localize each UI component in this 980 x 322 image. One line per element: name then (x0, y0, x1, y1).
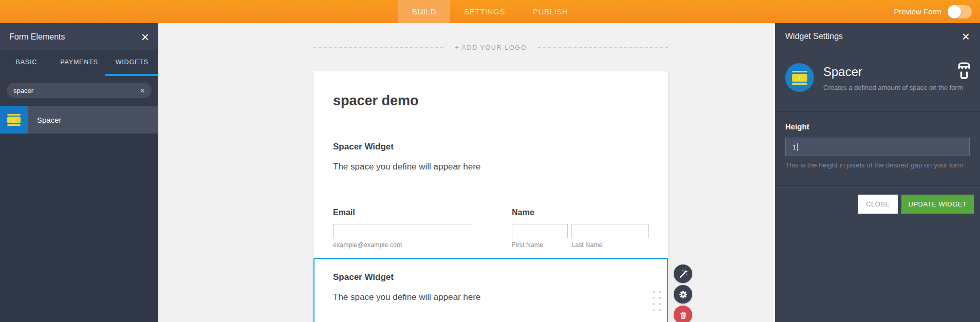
tab-widgets[interactable]: WIDGETS (105, 50, 158, 76)
email-sublabel: example@example.com (333, 241, 472, 249)
widget-heading: Spacer Widget (333, 142, 649, 152)
email-input[interactable] (333, 224, 472, 238)
divider (333, 123, 649, 123)
settings-button[interactable] (674, 285, 692, 304)
widget-store-icon[interactable] (957, 62, 971, 82)
spacer-widget-icon: ↕ (0, 106, 28, 134)
height-input[interactable]: 1 (785, 138, 970, 156)
form-elements-panel: Form Elements × BASIC PAYMENTS WIDGETS ×… (0, 23, 158, 322)
widget-description: The space you define will appear here (333, 162, 649, 172)
add-logo-button[interactable]: + ADD YOUR LOGO (455, 44, 526, 51)
search-clear-icon[interactable]: × (140, 86, 145, 95)
tab-build[interactable]: BUILD (398, 0, 450, 23)
form-title[interactable]: spacer demo (333, 71, 649, 109)
tab-settings[interactable]: SETTINGS (450, 0, 519, 23)
widget-description: The space you define will appear here (333, 292, 649, 302)
spacer-widget-block-1[interactable]: Spacer Widget The space you define will … (333, 142, 649, 172)
add-logo-row: + ADD YOUR LOGO (313, 43, 668, 53)
last-name-sublabel: Last Name (571, 241, 649, 249)
panel-empty-area (775, 222, 980, 322)
text-cursor (797, 143, 798, 151)
email-field-block[interactable]: Email example@example.com (333, 208, 472, 249)
panel-empty-area (0, 134, 158, 322)
form-canvas: + ADD YOUR LOGO spacer demo Spacer Widge… (158, 23, 775, 322)
update-widget-button[interactable]: UPDATE WIDGET (901, 195, 974, 214)
top-tabs: BUILD SETTINGS PUBLISH (0, 0, 980, 23)
widget-settings-title: Widget Settings (785, 32, 843, 41)
email-label: Email (333, 208, 472, 217)
preview-form-control: Preview Form (894, 0, 972, 23)
spacer-glyph-icon: ↕ (7, 114, 21, 126)
trash-icon (678, 310, 688, 320)
gear-icon (678, 290, 688, 299)
form-builder-app: BUILD SETTINGS PUBLISH Preview Form Form… (0, 0, 980, 322)
widget-info-section: ↕ Spacer Creates a defined amount of spa… (775, 50, 980, 112)
toggle-knob[interactable] (948, 5, 961, 18)
widget-name: Spacer (823, 65, 963, 79)
delete-button[interactable] (674, 306, 692, 322)
drag-handle[interactable] (653, 291, 661, 311)
name-field-block[interactable]: Name First Name Last Name (512, 208, 649, 249)
widget-list-item-spacer[interactable]: ↕ Spacer (0, 106, 158, 134)
search-box[interactable]: × (7, 83, 152, 98)
form-elements-header: Form Elements × (0, 23, 158, 50)
preview-form-toggle[interactable] (948, 5, 972, 18)
last-name-input[interactable] (571, 224, 649, 238)
widget-heading: Spacer Widget (333, 272, 649, 282)
preview-form-label: Preview Form (894, 7, 941, 16)
search-input[interactable] (13, 87, 140, 94)
dashed-line (313, 47, 443, 48)
close-icon[interactable]: × (962, 30, 970, 43)
magic-wand-button[interactable] (674, 264, 692, 283)
height-label: Height (785, 122, 970, 131)
first-name-input[interactable] (512, 224, 568, 238)
widget-settings-footer: CLOSE UPDATE WIDGET (775, 185, 980, 222)
magic-wand-icon (678, 269, 688, 279)
tab-basic[interactable]: BASIC (0, 50, 53, 76)
height-value: 1 (792, 143, 796, 151)
form-elements-title: Form Elements (9, 32, 65, 42)
widget-item-label: Spacer (37, 116, 62, 124)
widget-description: Creates a defined amount of space on the… (823, 84, 963, 91)
height-help-text: This is the height in pixels of the desi… (785, 161, 970, 169)
spacer-widget-block-2-selected[interactable]: Spacer Widget The space you define will … (313, 258, 668, 322)
dashed-line (538, 47, 668, 48)
form-card: spacer demo Spacer Widget The space you … (313, 71, 668, 322)
widget-settings-panel: Widget Settings × ↕ Spacer Creates a def… (775, 23, 980, 322)
tab-publish[interactable]: PUBLISH (519, 0, 582, 23)
close-icon[interactable]: × (141, 30, 149, 44)
close-button[interactable]: CLOSE (858, 195, 898, 214)
first-name-sublabel: First Name (512, 241, 568, 249)
name-label: Name (512, 208, 649, 217)
widget-search-section: × (0, 76, 158, 106)
widget-settings-header: Widget Settings × (775, 23, 980, 50)
field-action-buttons (674, 264, 692, 322)
height-setting-section: Height 1 This is the height in pixels of… (775, 112, 980, 169)
element-category-tabs: BASIC PAYMENTS WIDGETS (0, 50, 158, 76)
tab-payments[interactable]: PAYMENTS (53, 50, 106, 76)
top-navigation-bar: BUILD SETTINGS PUBLISH Preview Form (0, 0, 980, 23)
spacer-widget-avatar: ↕ (785, 63, 814, 92)
spacer-glyph-icon: ↕ (792, 71, 807, 85)
fields-row: Email example@example.com Name First (333, 208, 649, 249)
